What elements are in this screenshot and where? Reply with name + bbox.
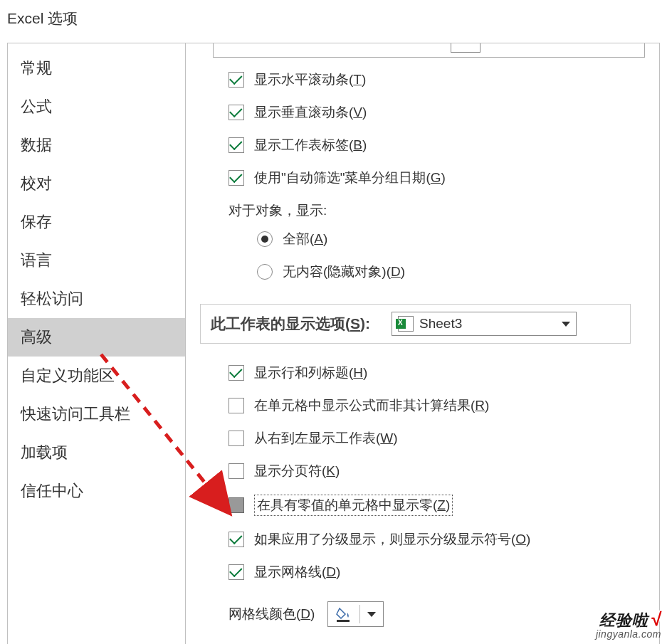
sidebar-item[interactable]: 常规 [8,49,185,88]
sheet-selector[interactable]: Sheet3 [392,312,577,336]
checkbox[interactable] [229,72,244,88]
checkbox-label[interactable]: 显示垂直滚动条(V) [254,103,367,122]
objects-display-label: 对于对象，显示: [186,194,659,223]
separator [359,605,360,623]
checkbox-label[interactable]: 使用"自动筛选"菜单分组日期(G) [254,169,446,187]
checkbox[interactable] [229,564,244,580]
gridline-color-row: 网格线颜色(D) [186,588,659,634]
worksheet-display-header: 此工作表的显示选项(S): Sheet3 [200,304,631,344]
checkbox[interactable] [229,365,244,381]
checkbox[interactable] [229,431,244,446]
sidebar-item[interactable]: 信任中心 [8,472,185,510]
checkbox[interactable] [229,170,244,186]
checkbox-row: 如果应用了分级显示，则显示分级显示符号(O) [186,523,659,556]
gridline-color-label: 网格线颜色(D) [229,605,315,623]
checkbox-label[interactable]: 显示行和列标题(H) [254,364,367,382]
checkbox[interactable] [229,463,244,479]
svg-rect-0 [337,620,350,622]
truncated-section-header [213,43,645,58]
window-title: Excel 选项 [0,0,667,37]
checkbox-row: 在具有零值的单元格中显示零(Z) [186,487,659,523]
checkbox-row: 在单元格中显示公式而非其计算结果(R) [186,389,659,422]
checkbox[interactable] [229,497,244,513]
checkbox-label[interactable]: 在具有零值的单元格中显示零(Z) [254,495,453,516]
sidebar-item[interactable]: 语言 [8,241,185,280]
checkbox-label[interactable]: 显示水平滚动条(T) [254,70,366,89]
checkbox[interactable] [229,137,244,153]
radio-label[interactable]: 无内容(隐藏对象)(D) [283,263,405,281]
checkbox-row: 显示网格线(D) [186,556,659,588]
checkbox-label[interactable]: 如果应用了分级显示，则显示分级显示符号(O) [254,530,530,549]
worksheet-display-title: 此工作表的显示选项(S): [211,314,370,334]
checkbox-row: 显示行和列标题(H) [186,357,659,389]
sidebar-item[interactable]: 校对 [8,164,185,203]
checkbox-row: 使用"自动筛选"菜单分组日期(G) [186,162,659,194]
radio-row: 全部(A) [186,223,659,255]
checkbox-label[interactable]: 显示分页符(K) [254,462,340,480]
dialog-body: 常规公式数据校对保存语言轻松访问高级自定义功能区快速访问工具栏加载项信任中心 显… [7,43,660,644]
sidebar: 常规公式数据校对保存语言轻松访问高级自定义功能区快速访问工具栏加载项信任中心 [8,43,186,644]
content-pane: 显示水平滚动条(T)显示垂直滚动条(V)显示工作表标签(B)使用"自动筛选"菜单… [186,43,659,644]
sidebar-item[interactable]: 保存 [8,203,185,241]
chevron-down-icon [562,322,570,327]
checkbox-label[interactable]: 从右到左显示工作表(W) [254,429,398,448]
checkbox[interactable] [229,398,244,413]
checkbox-row: 从右到左显示工作表(W) [186,422,659,455]
sidebar-item[interactable]: 高级 [8,318,185,357]
checkbox-row: 显示水平滚动条(T) [186,63,659,96]
sidebar-item[interactable]: 公式 [8,88,185,126]
sidebar-item[interactable]: 自定义功能区 [8,357,185,395]
checkbox-row: 显示分页符(K) [186,455,659,487]
radio-label[interactable]: 全部(A) [283,230,327,248]
watermark: 经验啦√ jingyanla.com [596,610,661,640]
fill-color-icon [335,606,352,623]
excel-sheet-icon [398,316,414,332]
sidebar-item[interactable]: 快速访问工具栏 [8,395,185,433]
radio[interactable] [257,264,273,280]
sidebar-item[interactable]: 轻松访问 [8,280,185,318]
checkbox-label[interactable]: 显示网格线(D) [254,563,340,581]
checkbox-row: 显示垂直滚动条(V) [186,96,659,129]
sidebar-item[interactable]: 加载项 [8,433,185,472]
gridline-color-picker[interactable] [327,601,384,627]
sidebar-item[interactable]: 数据 [8,126,185,164]
checkbox-label[interactable]: 在单元格中显示公式而非其计算结果(R) [254,396,489,415]
radio-row: 无内容(隐藏对象)(D) [186,255,659,288]
checkbox[interactable] [229,105,244,120]
radio[interactable] [257,231,273,247]
checkbox-row: 显示工作表标签(B) [186,129,659,162]
checkbox-label[interactable]: 显示工作表标签(B) [254,136,367,154]
sheet-name: Sheet3 [419,316,462,332]
truncated-selector[interactable] [451,43,480,53]
checkbox[interactable] [229,532,244,547]
chevron-down-icon [367,612,376,617]
